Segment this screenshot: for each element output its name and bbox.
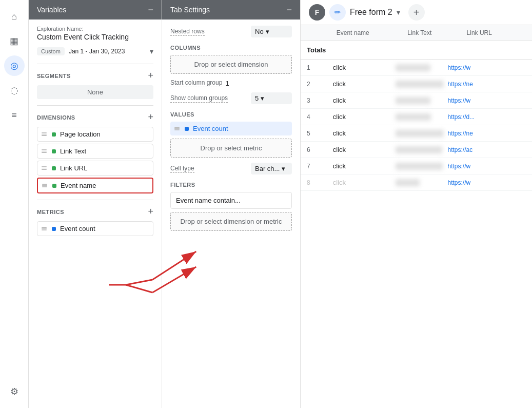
segments-title: SEGMENTS: [37, 73, 71, 79]
row-event: click: [333, 96, 396, 104]
show-column-groups-value: 5: [255, 94, 259, 102]
nested-rows-setting: Nested rows No ▾: [170, 26, 292, 37]
row-num: 3: [307, 97, 333, 104]
cell-type-chevron-icon: ▾: [282, 165, 285, 172]
metric-event-count[interactable]: Event count: [37, 221, 153, 236]
row-link: redacted multiline: [396, 80, 448, 88]
row-num: 4: [307, 113, 333, 121]
home-icon[interactable]: ⌂: [4, 6, 25, 27]
row-url: https://ne: [448, 130, 526, 137]
row-num: 1: [307, 64, 333, 71]
totals-label: Totals: [307, 46, 326, 54]
row-num: 5: [307, 130, 333, 137]
columns-section-title: COLUMNS: [170, 45, 292, 51]
dimension-dot: [52, 184, 56, 188]
segments-section-header: SEGMENTS +: [37, 70, 153, 81]
cell-type-value: Bar ch...: [255, 165, 280, 172]
show-column-groups-label: Show column groups: [170, 94, 228, 103]
row-event: click: [333, 64, 396, 71]
dimension-event-name[interactable]: Event name: [37, 178, 153, 193]
table-row: 4 click redacted text https://d...: [301, 109, 532, 125]
table-row: 2 click redacted multiline https://ne: [301, 76, 532, 92]
table-row: 5 click redacted multiline https://ne: [301, 125, 532, 142]
tab-settings-panel: Tab Settings − Nested rows No ▾ COLUMNS …: [162, 0, 301, 408]
cell-type-setting: Cell type Bar ch... ▾: [170, 163, 292, 174]
col-header-event: Event name: [337, 29, 407, 36]
tab-chevron-icon[interactable]: ▾: [397, 8, 400, 16]
totals-row: Totals: [301, 41, 532, 60]
filters-drop-zone[interactable]: Drop or select dimension or metric: [170, 212, 292, 231]
show-column-groups-select[interactable]: 5 ▾: [251, 92, 292, 104]
table-row: 8 click redacted https://w: [301, 174, 532, 191]
value-label: Event count: [193, 125, 228, 132]
bar-chart-icon[interactable]: ▦: [4, 31, 25, 51]
start-column-group-row: Start column group 1: [170, 79, 292, 87]
row-link: redacted multiline: [396, 129, 448, 137]
list-icon[interactable]: ≡: [4, 105, 25, 125]
cell-type-select[interactable]: Bar ch... ▾: [251, 163, 292, 174]
value-event-count[interactable]: Event count: [170, 122, 292, 135]
explore-icon[interactable]: ◎: [4, 55, 25, 76]
main-content: F ✏ Free form 2 ▾ + Event name Link Text…: [301, 0, 532, 408]
values-drop-zone[interactable]: Drop or select metric: [170, 139, 292, 158]
date-range-chevron-icon[interactable]: ▾: [150, 47, 153, 55]
table-header: Event name Link Text Link URL: [301, 25, 532, 41]
metrics-title: METRICS: [37, 209, 64, 215]
dimension-link-url[interactable]: Link URL: [37, 161, 153, 176]
variables-title: Variables: [37, 6, 66, 14]
table-row: 6 click redacted link text https://ac: [301, 142, 532, 158]
nested-rows-value: No: [255, 28, 264, 35]
col-header-url: Link URL: [467, 29, 526, 36]
dimension-page-location[interactable]: Page location: [37, 127, 153, 142]
ads-icon[interactable]: ◌: [4, 80, 25, 101]
drag-handle-icon: [42, 166, 47, 170]
show-column-groups-setting: Show column groups 5 ▾: [170, 92, 292, 104]
show-column-groups-chevron-icon: ▾: [261, 94, 264, 102]
start-column-group-value: 1: [225, 80, 229, 87]
variables-minimize-button[interactable]: −: [148, 5, 153, 14]
row-link: redacted link: [396, 96, 448, 104]
metrics-add-button[interactable]: +: [148, 206, 153, 217]
row-num: 6: [307, 146, 333, 153]
drag-handle-icon: [42, 184, 47, 187]
dimension-label: Event name: [61, 182, 96, 189]
dimensions-add-button[interactable]: +: [148, 112, 153, 123]
dimension-label: Link Text: [60, 147, 86, 155]
row-num: 2: [307, 81, 333, 88]
row-event: click: [333, 113, 396, 121]
nested-rows-label: Nested rows: [170, 28, 205, 36]
edit-tab-button[interactable]: ✏: [329, 4, 346, 21]
tab-name: Free form 2: [350, 8, 392, 17]
value-dot: [185, 127, 189, 131]
row-event: click: [333, 129, 396, 137]
filter-event-name[interactable]: Event name contain...: [170, 192, 292, 209]
avatar-letter: F: [315, 8, 320, 16]
row-link: redacted: [396, 179, 448, 186]
exploration-name-label: Exploration Name:: [37, 26, 153, 32]
dimension-link-text[interactable]: Link Text: [37, 144, 153, 159]
row-url: https://ne: [448, 81, 526, 88]
settings-icon[interactable]: ⚙: [4, 381, 25, 402]
row-num: 7: [307, 163, 333, 170]
col-header-num: [307, 29, 337, 36]
metric-label: Event count: [60, 225, 95, 232]
date-range-value: Jan 1 - Jan 30, 2023: [69, 48, 125, 55]
tab-settings-minimize-button[interactable]: −: [286, 5, 292, 14]
values-section-title: VALUES: [170, 111, 292, 118]
main-header: F ✏ Free form 2 ▾ +: [301, 0, 532, 25]
add-tab-button[interactable]: +: [408, 4, 425, 21]
exploration-name-value: Custom Event Click Tracking: [37, 33, 153, 41]
cell-type-label: Cell type: [170, 165, 194, 173]
row-link: redacted link: [396, 64, 448, 71]
variables-panel: Variables − Exploration Name: Custom Eve…: [29, 0, 162, 408]
filters-section-title: FILTERS: [170, 182, 292, 188]
segments-add-button[interactable]: +: [148, 70, 153, 81]
table-row: 7 click redacted tracking https://w: [301, 158, 532, 174]
table-row: 1 click redacted link https://w: [301, 60, 532, 76]
table-body: 1 click redacted link https://w 2 click …: [301, 60, 532, 408]
metrics-section-header: METRICS +: [37, 206, 153, 217]
nested-rows-select[interactable]: No ▾: [251, 26, 292, 37]
columns-drop-zone[interactable]: Drop or select dimension: [170, 55, 292, 74]
dimensions-title: DIMENSIONS: [37, 114, 75, 121]
date-range-row[interactable]: Custom Jan 1 - Jan 30, 2023 ▾: [37, 47, 153, 55]
